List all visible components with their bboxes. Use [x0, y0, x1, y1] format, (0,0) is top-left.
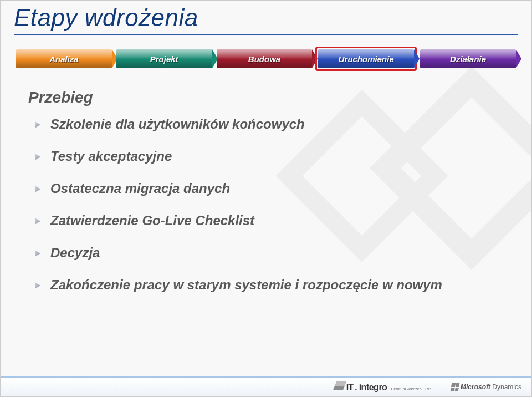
- ms-brand: Microsoft: [461, 383, 490, 391]
- integro-dot: .: [355, 382, 357, 393]
- bullet-list: Szkolenie dla użytkowników końcowych Tes…: [28, 116, 496, 293]
- list-item: Ostateczna migracja danych: [43, 181, 496, 196]
- integro-mark-icon: [332, 381, 346, 390]
- page-title: Etapy wdrożenia: [14, 4, 518, 32]
- subheading: Przebieg: [28, 89, 496, 106]
- stage-bar: Analiza Projekt Budowa Uruchomienie Dzia…: [1, 35, 531, 70]
- list-item: Testy akceptacyjne: [43, 149, 496, 164]
- footer-divider: [441, 381, 441, 393]
- stage-chevron: Działanie: [420, 49, 516, 68]
- microsoft-text: Microsoft Dynamics: [461, 383, 521, 391]
- stage-chevron: Uruchomienie: [318, 49, 414, 68]
- stage-chevron: Budowa: [217, 49, 313, 68]
- stage-budowa: Budowa: [217, 49, 313, 68]
- stage-label: Działanie: [450, 54, 486, 64]
- list-item: Zatwierdzenie Go-Live Checklist: [43, 213, 496, 228]
- stage-label: Analiza: [49, 54, 79, 64]
- stage-label: Budowa: [248, 54, 280, 64]
- integro-name-text: integro: [359, 383, 387, 393]
- stage-chevron: Projekt: [116, 49, 212, 68]
- microsoft-flag-icon: [451, 383, 459, 391]
- content-area: Przebieg Szkolenie dla użytkowników końc…: [1, 70, 531, 293]
- slide-header: Etapy wdrożenia: [1, 1, 531, 35]
- integro-tagline: Centrum wdrożeń ERP: [391, 387, 431, 391]
- list-item: Decyzja: [43, 245, 496, 261]
- logo-it-integro: IT.integro Centrum wdrożeń ERP: [335, 381, 431, 393]
- list-item: Zakończenie pracy w starym systemie i ro…: [43, 277, 496, 293]
- logo-microsoft-dynamics: Microsoft Dynamics: [451, 383, 521, 391]
- footer: IT.integro Centrum wdrożeń ERP Microsoft…: [1, 376, 531, 396]
- stage-label: Uruchomienie: [339, 54, 394, 64]
- integro-it-text: IT: [346, 383, 353, 393]
- stage-chevron: Analiza: [16, 49, 112, 68]
- ms-product: Dynamics: [492, 383, 521, 391]
- stage-projekt: Projekt: [116, 49, 212, 68]
- stage-analiza: Analiza: [16, 49, 112, 68]
- list-item: Szkolenie dla użytkowników końcowych: [43, 116, 496, 132]
- stage-uruchomienie-active: Uruchomienie: [315, 47, 417, 71]
- stage-label: Projekt: [150, 54, 178, 64]
- stage-dzialanie: Działanie: [420, 49, 516, 68]
